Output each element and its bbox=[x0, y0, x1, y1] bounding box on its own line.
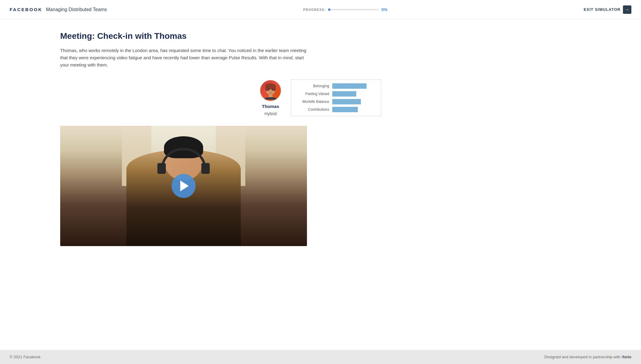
video-player[interactable] bbox=[60, 126, 307, 246]
profile-chart-section: Thomas Hybrid Belonging Feeling Valued W… bbox=[60, 79, 581, 116]
main-content: Meeting: Check-in with Thomas Thomas, wh… bbox=[0, 19, 641, 350]
video-headphone-left bbox=[157, 163, 166, 174]
chart-track-worklife bbox=[332, 99, 376, 104]
chart-fill-worklife bbox=[332, 99, 361, 104]
profile-card: Thomas Hybrid bbox=[260, 80, 281, 116]
avatar-image bbox=[262, 82, 280, 100]
exit-arrow-icon: → bbox=[624, 7, 630, 12]
profile-name: Thomas bbox=[262, 104, 279, 109]
chart-row-belonging: Belonging bbox=[296, 83, 376, 89]
svg-point-7 bbox=[265, 97, 277, 100]
facebook-logo: FACEBOOK bbox=[10, 7, 42, 12]
description-text: Thomas, who works remotely in the London… bbox=[60, 47, 307, 69]
exit-label: EXIT SIMULATOR bbox=[584, 7, 621, 12]
pulse-chart: Belonging Feeling Valued Worklife Balanc… bbox=[291, 79, 381, 116]
chart-row-contributions: Contributions bbox=[296, 107, 376, 112]
svg-point-5 bbox=[272, 89, 273, 90]
header-title: Managing Distributed Teams bbox=[46, 7, 107, 12]
footer-partner-text: Designed and developed in partnership wi… bbox=[544, 355, 621, 359]
progress-label: PROGRESS: bbox=[303, 8, 326, 11]
avatar bbox=[260, 80, 281, 101]
play-icon bbox=[180, 180, 189, 191]
video-headphone-right bbox=[201, 163, 210, 174]
header: FACEBOOK Managing Distributed Teams PROG… bbox=[0, 0, 641, 19]
svg-point-4 bbox=[268, 89, 270, 90]
header-left: FACEBOOK Managing Distributed Teams bbox=[10, 7, 107, 12]
chart-row-feeling-valued: Feeling Valued bbox=[296, 91, 376, 97]
exit-icon: → bbox=[623, 5, 631, 14]
chart-label-contributions: Contributions bbox=[296, 107, 329, 112]
header-right: EXIT SIMULATOR → bbox=[584, 5, 631, 14]
footer: © 2021 Facebook Designed and developed i… bbox=[0, 350, 641, 364]
chart-label-feeling-valued: Feeling Valued bbox=[296, 92, 329, 96]
chart-track-contributions bbox=[332, 107, 376, 112]
profile-type: Hybrid bbox=[265, 111, 277, 116]
chart-track-belonging bbox=[332, 83, 376, 89]
chart-label-belonging: Belonging bbox=[296, 84, 329, 88]
chart-track-feeling-valued bbox=[332, 91, 376, 97]
progress-percent: 0% bbox=[381, 7, 387, 12]
footer-partner: Designed and developed in partnership wi… bbox=[544, 355, 631, 359]
chart-fill-belonging bbox=[332, 83, 367, 89]
page-title: Meeting: Check-in with Thomas bbox=[60, 31, 581, 41]
footer-partner-brand: /forio bbox=[621, 355, 631, 359]
progress-row: PROGRESS: 0% bbox=[303, 7, 387, 12]
play-button[interactable] bbox=[172, 174, 196, 198]
chart-label-worklife: Worklife Balance bbox=[296, 100, 329, 104]
footer-copyright: © 2021 Facebook bbox=[10, 355, 41, 359]
progress-bar-container bbox=[328, 9, 379, 10]
progress-dot bbox=[328, 8, 330, 11]
chart-fill-feeling-valued bbox=[332, 91, 356, 97]
chart-row-worklife: Worklife Balance bbox=[296, 99, 376, 104]
progress-section: PROGRESS: 0% bbox=[303, 7, 387, 12]
exit-simulator-button[interactable]: EXIT SIMULATOR → bbox=[584, 5, 631, 14]
chart-fill-contributions bbox=[332, 107, 358, 112]
